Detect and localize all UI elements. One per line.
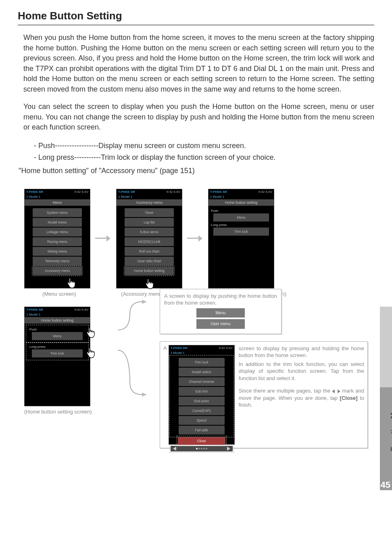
menu-item[interactable]: Telemetry menu (33, 257, 82, 265)
page-title: Home Button Setting (18, 10, 374, 22)
caption-hbs-2: (Home button setting screen) (24, 409, 110, 415)
paragraph-1: When you push the Home button from the h… (18, 33, 374, 94)
status-left: T-FHSS SR (26, 190, 43, 194)
push-button[interactable]: Menu (32, 332, 83, 340)
triangle-left-icon (332, 389, 335, 393)
info2-p1: screen to display by pressing and holdin… (239, 345, 364, 359)
menu-item[interactable]: Racing menu (33, 237, 82, 246)
hand-pointer-icon (85, 347, 96, 360)
hand-pointer-icon (144, 278, 154, 291)
bottom-section: T-FHSS SR9:42 6.6V 1 Model 1 Home button… (18, 307, 374, 448)
page-prev-icon[interactable] (173, 447, 176, 451)
svg-marker-1 (142, 393, 147, 397)
info-box-long-press: A T-FHSS SR9:42 6.6V 1 Model 1 Trim lock… (160, 341, 368, 448)
triangle-right-icon (338, 389, 340, 393)
model-line: 1 Model 1 (25, 195, 90, 199)
long-press-line: - Long press-----------Trim lock or disp… (34, 152, 374, 163)
option-menu[interactable]: Menu (196, 308, 245, 318)
info-box2-prefix: A (163, 345, 167, 445)
page-dots (196, 448, 207, 449)
long-press-label: Long press (209, 222, 274, 227)
func-item[interactable]: Trim lock (179, 358, 225, 367)
screenshot-home-button-setting: T-FHSS SR9:42 6.6V 1 Model 1 Home button… (208, 189, 274, 288)
menu-header: Menu (25, 199, 90, 206)
menu-item-accessory[interactable]: Accessory menu (33, 266, 82, 275)
close-label: [Close] (340, 395, 358, 401)
screenshot-hbs-annotated: T-FHSS SR9:42 6.6V 1 Model 1 Home button… (24, 307, 90, 406)
screenshot-accessory-menu: T-FHSS SR9:42 6.6V 1 Model 1 Accessory m… (116, 189, 182, 288)
screenshot-menu: T-FHSS SR9:42 6.6V 1 Model 1 Menu System… (24, 189, 90, 288)
menu-item[interactable]: Mixing menu (33, 247, 82, 256)
section-tab-label: Function Map (390, 387, 392, 468)
connector-lines (118, 307, 152, 428)
long-press-button[interactable]: Trim lock (213, 228, 269, 236)
hand-pointer-icon (66, 277, 76, 290)
title-rule (18, 25, 374, 25)
func-item[interactable]: Model select (179, 368, 225, 376)
arrow-right-icon (187, 235, 203, 242)
reference-line: "Home button setting" of "Accessory menu… (18, 167, 374, 175)
accessory-item[interactable]: Timer (125, 208, 174, 217)
func-item[interactable]: End point (179, 397, 225, 405)
accessory-item[interactable]: Roll out chart (125, 247, 174, 256)
caption-menu: (Menu screen) (29, 291, 90, 297)
push-button[interactable]: Menu (213, 213, 269, 221)
accessory-item[interactable]: Gear ratio chart (125, 257, 174, 265)
accessory-item[interactable]: Lap list (125, 218, 174, 227)
push-label: Push (27, 327, 88, 331)
option-user-menu[interactable]: User menu (196, 319, 245, 329)
page-next-icon[interactable] (227, 447, 230, 451)
page-number: 45 (381, 480, 390, 490)
long-press-button[interactable]: Trim lock (32, 349, 83, 357)
func-item[interactable]: Fail-safe (179, 426, 225, 435)
info2-p2: In addition to the trim lock function, y… (239, 361, 364, 382)
menu-item[interactable]: System menu (33, 208, 82, 217)
svg-marker-0 (142, 300, 147, 304)
func-item[interactable]: Sub trim (179, 387, 225, 396)
pager[interactable] (171, 446, 233, 451)
section-tab: Function Map 45 (380, 307, 392, 490)
info-box-push: A screen to display by pushing the home … (160, 289, 281, 334)
info2-p3: Since there are multiple pages, tap the … (239, 387, 364, 409)
paragraph-2: You can select the screen to display whe… (18, 102, 374, 133)
long-press-label: Long press (27, 344, 88, 349)
func-item[interactable]: Speed (179, 416, 225, 425)
accessory-item[interactable]: MC(ESC)-Link (125, 237, 174, 246)
close-button[interactable]: Close (178, 437, 225, 445)
info-box-text: A screen to display by pushing the home … (164, 293, 277, 307)
push-line: - Push------------------Display menu scr… (34, 140, 374, 152)
func-item[interactable]: Channel reverse (179, 377, 225, 386)
accessory-header: Accessory menu (117, 199, 182, 206)
push-label: Push (209, 208, 274, 213)
hbs-header: Home button setting (209, 199, 274, 206)
accessory-item-home-button-setting[interactable]: Home button setting (125, 266, 174, 275)
menu-item[interactable]: Linkage menu (33, 228, 82, 236)
screenshot-function-list: T-FHSS SR9:42 6.6V 1 Model 1 Trim lock M… (169, 345, 235, 445)
hand-pointer-icon (85, 326, 96, 340)
menu-item[interactable]: Model menu (33, 218, 82, 227)
screenshots-row: T-FHSS SR9:42 6.6V 1 Model 1 Menu System… (24, 189, 374, 288)
arrow-right-icon (95, 235, 111, 242)
func-item[interactable]: Curve(EXP) (179, 406, 225, 415)
accessory-item[interactable]: S.Bus servo (125, 228, 174, 236)
